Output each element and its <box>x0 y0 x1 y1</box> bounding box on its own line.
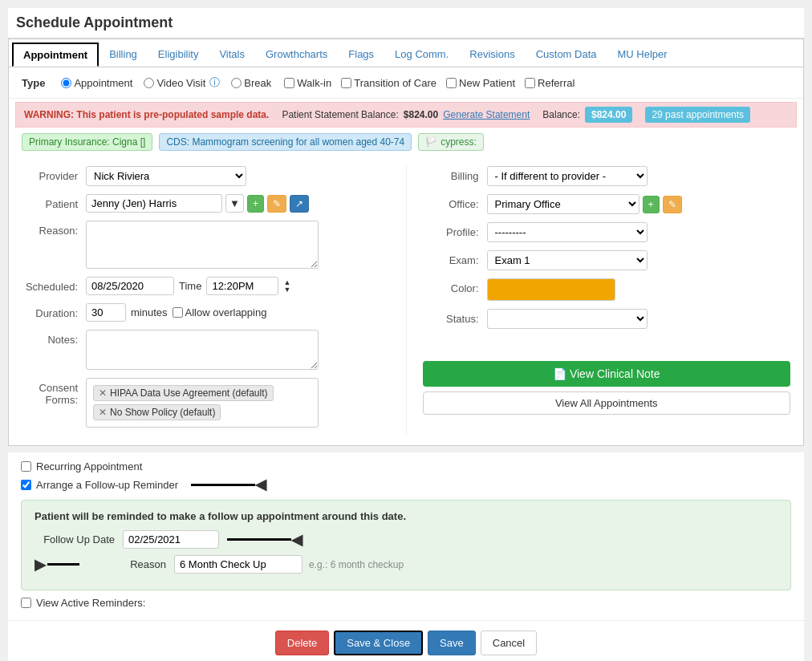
checkbox-referral[interactable]: Referral <box>525 77 574 89</box>
add-office-button[interactable]: + <box>643 196 660 213</box>
profile-select[interactable]: --------- <box>487 222 648 242</box>
checkbox-walkin[interactable]: Walk-in <box>284 77 331 89</box>
balance-label: Balance: <box>542 109 580 120</box>
duration-control: minutes Allow overlapping <box>86 303 390 322</box>
provider-control: Nick Riviera <box>86 166 390 186</box>
reason-label: Reason: <box>22 221 86 237</box>
followup-date-row: Follow Up Date ◀ <box>35 530 777 549</box>
patient-dropdown-icon[interactable]: ▼ <box>225 194 244 213</box>
checkbox-group: Walk-in Transition of Care New Patient R… <box>284 77 574 89</box>
checkbox-new-patient[interactable]: New Patient <box>446 77 515 89</box>
minutes-label: minutes <box>131 306 168 318</box>
cancel-button[interactable]: Cancel <box>481 631 537 655</box>
provider-row: Provider Nick Riviera <box>22 166 390 186</box>
followup-reason-input[interactable] <box>174 555 302 574</box>
exam-label: Exam: <box>423 250 487 266</box>
link-patient-button[interactable]: ↗ <box>290 195 309 213</box>
office-row: Office: Primary Office + ✎ <box>423 194 791 214</box>
remove-noshowpolicy-button[interactable]: ✕ <box>99 407 107 418</box>
status-label: Status: <box>423 309 487 325</box>
add-patient-button[interactable]: + <box>247 195 264 213</box>
time-stepper[interactable]: ▲ ▼ <box>283 279 290 294</box>
remove-hipaa-button[interactable]: ✕ <box>99 387 107 399</box>
tab-eligibility[interactable]: Eligibility <box>148 43 209 67</box>
followup-date-input[interactable] <box>123 530 219 549</box>
warning-bar: WARNING: This patient is pre-populated s… <box>15 102 797 128</box>
edit-patient-button[interactable]: ✎ <box>267 195 286 213</box>
office-select[interactable]: Primary Office <box>487 194 639 214</box>
view-active-checkbox[interactable] <box>21 598 31 608</box>
followup-date-label: Follow Up Date <box>35 533 123 545</box>
status-control <box>487 309 791 329</box>
cypress-tag: 🏳️ cypress: <box>418 133 484 151</box>
consent-tag-hipaa: ✕ HIPAA Data Use Agreement (default) <box>93 385 274 401</box>
tab-vitals[interactable]: Vitals <box>209 43 255 67</box>
recurring-row: Recurring Appointment <box>21 460 791 472</box>
save-button[interactable]: Save <box>428 631 476 655</box>
arrow-annotation-date: ◀ <box>227 531 302 549</box>
allow-overlapping-checkbox[interactable] <box>173 307 183 318</box>
past-appts-badge[interactable]: 29 past appointments <box>645 107 750 123</box>
tab-custom-data[interactable]: Custom Data <box>526 43 607 67</box>
tab-billing[interactable]: Billing <box>99 43 148 67</box>
color-control <box>487 278 791 301</box>
bottom-section: Recurring Appointment Arrange a Follow-u… <box>8 452 804 620</box>
checkbox-toc[interactable]: Transition of Care <box>341 77 436 89</box>
patient-label: Patient <box>22 194 86 210</box>
followup-message: Patient will be reminded to make a follo… <box>35 510 777 522</box>
profile-label: Profile: <box>423 222 487 238</box>
tab-revisions[interactable]: Revisions <box>459 43 525 67</box>
type-row: Type Appointment Video Visit ⓘ Break <box>9 67 803 99</box>
tab-appointment[interactable]: Appointment <box>12 43 99 67</box>
provider-select[interactable]: Nick Riviera <box>86 166 246 186</box>
tab-bar: Appointment Billing Eligibility Vitals G… <box>9 39 803 67</box>
exam-select[interactable]: Exam 1 <box>487 250 648 270</box>
tab-mu-helper[interactable]: MU Helper <box>607 43 678 67</box>
tab-flags[interactable]: Flags <box>338 43 384 67</box>
office-label: Office: <box>423 194 487 210</box>
followup-reason-hint: e.g.: 6 month checkup <box>309 559 404 570</box>
consent-row: Consent Forms: ✕ HIPAA Data Use Agreemen… <box>22 378 390 428</box>
billing-select[interactable]: - If different to provider - <box>487 166 648 186</box>
edit-office-button[interactable]: ✎ <box>663 196 682 213</box>
save-close-button[interactable]: Save & Close <box>334 631 423 655</box>
statement-amount: $824.00 <box>404 109 438 120</box>
color-picker[interactable] <box>487 278 615 301</box>
tab-growthcharts[interactable]: Growthcharts <box>255 43 338 67</box>
patient-input[interactable] <box>86 194 222 213</box>
flag-icon: 🏳️ <box>425 136 437 148</box>
scheduled-date-input[interactable] <box>86 277 174 295</box>
allow-overlapping-label[interactable]: Allow overlapping <box>173 306 267 318</box>
radio-video-visit[interactable]: Video Visit ⓘ <box>144 75 220 90</box>
generate-statement-link[interactable]: Generate Statement <box>443 109 530 120</box>
notes-textarea[interactable] <box>86 330 319 370</box>
note-icon: 📄 <box>553 367 566 380</box>
radio-appointment[interactable]: Appointment <box>61 77 132 89</box>
recurring-checkbox[interactable] <box>21 461 31 472</box>
followup-checkbox[interactable] <box>21 480 31 490</box>
status-select[interactable] <box>487 309 648 329</box>
duration-input[interactable] <box>86 303 126 322</box>
balance-box-section: Balance: $824.00 <box>542 107 632 123</box>
cds-tag: CDS: Mammogram screening for all women a… <box>159 133 412 151</box>
notes-label: Notes: <box>22 330 86 346</box>
consent-tag-noshowpolicy: ✕ No Show Policy (default) <box>93 404 221 420</box>
arrow-annotation-followup: ◀ <box>191 476 266 493</box>
delete-button[interactable]: Delete <box>275 631 330 655</box>
radio-group: Appointment Video Visit ⓘ Break <box>61 75 271 90</box>
scheduled-label: Scheduled: <box>22 277 86 293</box>
radio-break[interactable]: Break <box>231 77 271 89</box>
second-bar: Primary Insurance: Cigna [] CDS: Mammogr… <box>15 131 797 153</box>
view-active-row: View Active Reminders: <box>21 597 791 609</box>
scheduled-time-input[interactable] <box>206 277 278 295</box>
consent-control: ✕ HIPAA Data Use Agreement (default) ✕ N… <box>86 378 390 428</box>
view-all-appointments-button[interactable]: View All Appointments <box>423 391 791 415</box>
info-bars: WARNING: This patient is pre-populated s… <box>9 99 803 156</box>
followup-box: Patient will be reminded to make a follo… <box>21 500 791 590</box>
tab-log-comm[interactable]: Log Comm. <box>384 43 459 67</box>
reason-textarea[interactable] <box>86 221 319 269</box>
view-clinical-note-button[interactable]: 📄 View Clinical Note <box>423 361 791 387</box>
color-label: Color: <box>423 278 487 294</box>
duration-label: Duration: <box>22 303 86 319</box>
status-row: Status: <box>423 309 791 329</box>
